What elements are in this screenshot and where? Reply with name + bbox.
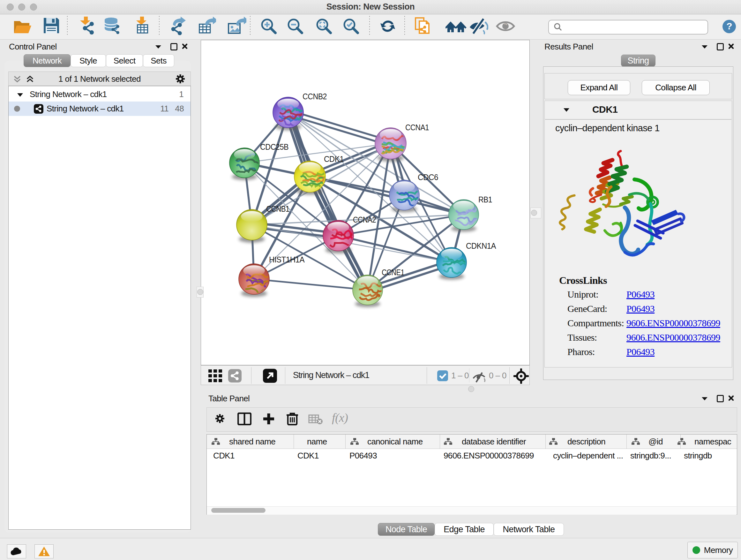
svg-text:CCNB2: CCNB2 (302, 91, 327, 101)
svg-text:CCNE1: CCNE1 (382, 267, 404, 277)
svg-text:CCNA1: CCNA1 (405, 123, 429, 132)
svg-text:CCNA2: CCNA2 (353, 215, 376, 225)
svg-text:CDC25B: CDC25B (260, 142, 288, 152)
svg-text:HIST1H1A: HIST1H1A (269, 255, 305, 264)
svg-text:CCNB1: CCNB1 (266, 204, 289, 213)
svg-text:CDKN1A: CDKN1A (466, 241, 496, 251)
svg-text:CDC6: CDC6 (418, 172, 438, 182)
svg-text:RB1: RB1 (478, 195, 492, 204)
svg-text:CDK1: CDK1 (324, 154, 344, 164)
svg-text:?: ? (726, 21, 732, 31)
